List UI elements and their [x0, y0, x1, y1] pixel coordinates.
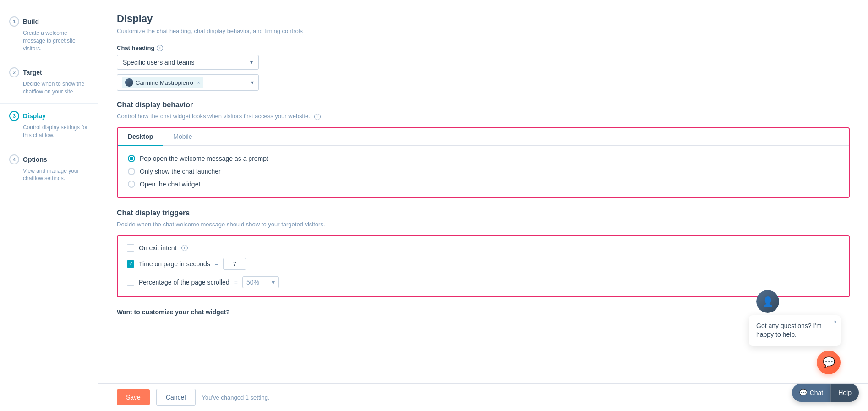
step-desc-build: Create a welcome message to greet site v…	[23, 29, 89, 52]
page-title: Display	[117, 13, 850, 25]
user-select-dropdown[interactable]: Carmine Mastropierro × ▾	[117, 74, 259, 91]
step-title-display: Display	[23, 112, 46, 120]
checkbox-exit-intent[interactable]	[127, 244, 134, 252]
step-desc-target: Decide when to show the chatflow on your…	[23, 80, 89, 96]
radio-label-widget: Open the chat widget	[140, 181, 200, 188]
chat-button-icon: 💬	[799, 389, 807, 396]
radio-label-launcher: Only show the chat launcher	[140, 168, 221, 175]
customize-section: Want to customize your chat widget?	[117, 308, 850, 316]
tab-content-desktop: Pop open the welcome message as a prompt…	[118, 146, 849, 197]
display-options-group: Pop open the welcome message as a prompt…	[128, 155, 839, 188]
tab-mobile[interactable]: Mobile	[163, 128, 202, 146]
chat-bubble-close-icon[interactable]: ×	[834, 319, 837, 325]
user-pill-name: Carmine Mastropierro	[136, 79, 193, 86]
triggers-section-title: Chat display triggers	[117, 209, 850, 217]
chat-bubble-text: Got any questions? I'm happy to help.	[756, 322, 833, 340]
trigger-exit-intent: On exit intent i	[127, 244, 840, 252]
avatar	[125, 78, 133, 87]
triggers-section-desc: Decide when the chat welcome message sho…	[117, 221, 850, 228]
chat-heading-label: Chat heading i	[117, 44, 850, 51]
page-subtitle: Customize the chat heading, chat display…	[117, 27, 850, 34]
exit-intent-info-icon[interactable]: i	[181, 245, 188, 251]
cancel-button[interactable]: Cancel	[156, 389, 196, 406]
trigger-exit-label: On exit intent	[139, 244, 177, 252]
changed-text: You've changed 1 setting.	[202, 394, 270, 401]
chat-widget-icon: 💬	[823, 356, 835, 368]
radio-circle-launcher	[128, 168, 135, 175]
radio-circle-pop-open	[128, 155, 135, 162]
avatar-placeholder: 👤	[756, 290, 779, 313]
equals-sign-time: =	[215, 260, 218, 268]
step-number-1: 1	[9, 16, 19, 27]
radio-open-widget[interactable]: Open the chat widget	[128, 181, 839, 188]
sidebar-step-options[interactable]: 4 Options View and manage your chatflow …	[0, 147, 98, 190]
step-title-options: Options	[23, 156, 47, 163]
chat-preview-avatar: 👤	[756, 290, 779, 313]
chat-preview-bubble: × Got any questions? I'm happy to help.	[749, 315, 841, 346]
radio-launcher-only[interactable]: Only show the chat launcher	[128, 168, 839, 175]
radio-circle-widget	[128, 181, 135, 188]
step-number-3: 3	[9, 111, 19, 121]
chat-heading-dropdown[interactable]: Specific users and teams ▾	[117, 55, 259, 70]
display-behavior-tabs: Desktop Mobile Pop open the welcome mess…	[117, 127, 850, 198]
user-select-chevron-icon: ▾	[251, 79, 254, 86]
chat-button[interactable]: 💬 Chat	[792, 384, 831, 402]
chat-button-label: Chat	[810, 389, 824, 396]
chat-preview: 👤 × Got any questions? I'm happy to help…	[749, 301, 841, 374]
bottom-bar: Save Cancel You've changed 1 setting.	[98, 383, 868, 411]
checkbox-time-on-page[interactable]	[127, 260, 134, 268]
chat-heading-chevron-icon: ▾	[250, 59, 253, 66]
tab-desktop[interactable]: Desktop	[118, 128, 163, 146]
time-on-page-input[interactable]	[223, 258, 246, 270]
chat-widget-button[interactable]: 💬	[817, 351, 841, 374]
help-button[interactable]: Help	[830, 384, 859, 402]
behavior-info-icon[interactable]: i	[314, 114, 321, 120]
user-pill-close-icon[interactable]: ×	[197, 80, 200, 85]
equals-sign-scroll: =	[234, 279, 238, 286]
chat-heading-info-icon[interactable]: i	[157, 45, 163, 51]
percent-value: 50%	[246, 279, 259, 286]
checkbox-page-scroll[interactable]	[127, 279, 134, 286]
save-button[interactable]: Save	[117, 389, 150, 405]
behavior-section-desc: Control how the chat widget looks when v…	[117, 113, 850, 120]
trigger-scroll-label: Percentage of the page scrolled	[139, 279, 229, 286]
triggers-container: On exit intent i Time on page in seconds…	[117, 235, 850, 297]
step-desc-display: Control display settings for this chatfl…	[23, 124, 89, 139]
trigger-page-scroll: Percentage of the page scrolled = 50% ▾	[127, 276, 840, 288]
chat-heading-selected: Specific users and teams	[123, 59, 194, 66]
help-button-label: Help	[838, 389, 852, 396]
step-desc-options: View and manage your chatflow settings.	[23, 167, 89, 183]
user-pill: Carmine Mastropierro ×	[122, 77, 203, 88]
sidebar-step-display[interactable]: 3 Display Control display settings for t…	[0, 104, 98, 147]
step-number-2: 2	[9, 67, 19, 77]
trigger-time-label: Time on page in seconds	[139, 260, 210, 268]
tab-header: Desktop Mobile	[118, 128, 849, 146]
sidebar-step-build[interactable]: 1 Build Create a welcome message to gree…	[0, 9, 98, 60]
radio-label-pop-open: Pop open the welcome message as a prompt	[140, 155, 268, 162]
sidebar-step-target[interactable]: 2 Target Decide when to show the chatflo…	[0, 60, 98, 104]
trigger-time-on-page: Time on page in seconds =	[127, 258, 840, 270]
step-title-build: Build	[23, 18, 39, 25]
radio-pop-open[interactable]: Pop open the welcome message as a prompt	[128, 155, 839, 162]
step-number-4: 4	[9, 154, 19, 164]
percent-select[interactable]: 50% ▾	[242, 276, 279, 288]
step-title-target: Target	[23, 69, 42, 76]
behavior-section-title: Chat display behavior	[117, 101, 850, 109]
percent-chevron-icon: ▾	[272, 279, 275, 286]
sidebar: 1 Build Create a welcome message to gree…	[0, 0, 98, 411]
